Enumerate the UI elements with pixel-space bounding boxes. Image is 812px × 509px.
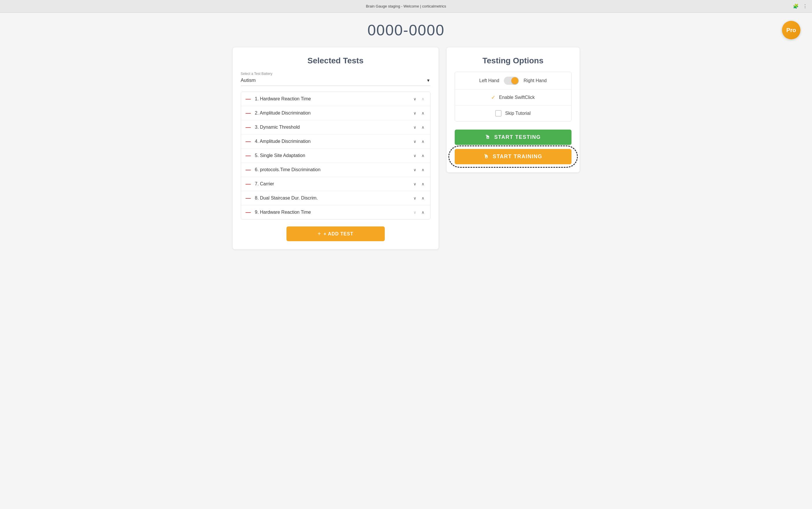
table-row: — 7. Carrier ∨ ∧ bbox=[241, 177, 430, 191]
test-2-up-icon[interactable]: ∧ bbox=[420, 110, 425, 116]
header: 0000-0000 Pro bbox=[11, 22, 801, 39]
options-section: Left Hand Right Hand ✓ Enable SwiftClick bbox=[455, 72, 571, 122]
battery-select-arrow-icon: ▼ bbox=[426, 78, 430, 83]
selected-tests-panel: Selected Tests Select a Test Battery Aut… bbox=[233, 47, 438, 249]
test-9-controls: ∨ ∧ bbox=[412, 209, 425, 215]
swiftclick-option-row: ✓ Enable SwiftClick bbox=[455, 90, 571, 106]
test-9-expand-icon[interactable]: ∨ bbox=[412, 209, 417, 215]
test-7-expand-icon[interactable]: ∨ bbox=[412, 181, 417, 187]
test-4-up-icon[interactable]: ∧ bbox=[420, 139, 425, 144]
battery-select-value: Autism bbox=[241, 77, 256, 83]
table-row: — 8. Dual Staircase Dur. Discrim. ∨ ∧ bbox=[241, 191, 430, 205]
ellipsis-icon[interactable]: ⋮ bbox=[803, 3, 807, 9]
test-5-expand-icon[interactable]: ∨ bbox=[412, 153, 417, 159]
table-row: — 4. Amplitude Discrimination ∨ ∧ bbox=[241, 134, 430, 149]
test-7-name: 7. Carrier bbox=[255, 181, 412, 186]
remove-test-7-button[interactable]: — bbox=[246, 181, 251, 186]
remove-test-6-button[interactable]: — bbox=[246, 167, 251, 172]
table-row: — 3. Dynamic Threshold ∨ ∧ bbox=[241, 120, 430, 134]
table-row: — 9. Hardware Reaction Time ∨ ∧ bbox=[241, 205, 430, 219]
test-3-expand-icon[interactable]: ∨ bbox=[412, 124, 417, 130]
test-5-up-icon[interactable]: ∧ bbox=[420, 153, 425, 159]
remove-test-4-button[interactable]: — bbox=[246, 139, 251, 144]
hand-option-row: Left Hand Right Hand bbox=[455, 72, 571, 90]
browser-icons: 🧩 ⋮ bbox=[793, 3, 807, 9]
swiftclick-label: Enable SwiftClick bbox=[499, 95, 535, 100]
skip-tutorial-label: Skip Tutorial bbox=[505, 111, 530, 116]
toggle-thumb bbox=[511, 77, 518, 84]
test-6-name: 6. protocols.Time Discrimination bbox=[255, 167, 412, 172]
test-1-name: 1. Hardware Reaction Time bbox=[255, 96, 412, 102]
left-hand-label: Left Hand bbox=[479, 78, 499, 83]
test-8-name: 8. Dual Staircase Dur. Discrim. bbox=[255, 196, 412, 201]
hand-toggle[interactable] bbox=[504, 77, 519, 85]
test-5-name: 5. Single Site Adaptation bbox=[255, 153, 412, 158]
toggle-track bbox=[504, 77, 519, 85]
test-8-up-icon[interactable]: ∧ bbox=[420, 195, 425, 201]
test-4-name: 4. Amplitude Discrimination bbox=[255, 139, 412, 144]
start-training-label: START TRAINING bbox=[493, 154, 542, 160]
test-8-controls: ∨ ∧ bbox=[412, 195, 425, 201]
battery-select[interactable]: Autism ▼ bbox=[241, 77, 430, 86]
remove-test-9-button[interactable]: — bbox=[246, 210, 251, 215]
remove-test-2-button[interactable]: — bbox=[246, 110, 251, 116]
remove-test-5-button[interactable]: — bbox=[246, 153, 251, 158]
test-1-controls: ∨ ∧ bbox=[412, 96, 425, 102]
test-2-expand-icon[interactable]: ∨ bbox=[412, 110, 417, 116]
mouse-icon-2: 🖱 bbox=[484, 154, 489, 160]
battery-label: Select a Test Battery bbox=[241, 72, 430, 76]
testing-options-panel: Testing Options Left Hand Right Hand ✓ E… bbox=[447, 47, 579, 172]
start-testing-button[interactable]: 🖱 START TESTING bbox=[455, 130, 571, 145]
start-training-wrapper: 🖱 START TRAINING bbox=[455, 149, 571, 164]
pro-badge: Pro bbox=[782, 21, 801, 39]
start-training-button[interactable]: 🖱 START TRAINING bbox=[455, 149, 571, 164]
test-5-controls: ∨ ∧ bbox=[412, 153, 425, 159]
main-content: 0000-0000 Pro Selected Tests Select a Te… bbox=[0, 13, 812, 509]
test-8-expand-icon[interactable]: ∨ bbox=[412, 195, 417, 201]
table-row: — 6. protocols.Time Discrimination ∨ ∧ bbox=[241, 163, 430, 177]
mouse-icon: 🖱 bbox=[485, 134, 491, 140]
test-6-expand-icon[interactable]: ∨ bbox=[412, 167, 417, 173]
skip-tutorial-option-row: Skip Tutorial bbox=[455, 106, 571, 121]
test-6-controls: ∨ ∧ bbox=[412, 167, 425, 173]
skip-tutorial-checkbox[interactable] bbox=[495, 110, 501, 116]
table-row: — 5. Single Site Adaptation ∨ ∧ bbox=[241, 149, 430, 163]
test-3-controls: ∨ ∧ bbox=[412, 124, 425, 130]
checkmark-icon: ✓ bbox=[491, 94, 495, 101]
browser-title: Brain Gauge staging - Welcome | cortical… bbox=[366, 4, 446, 8]
page-title: 0000-0000 bbox=[11, 22, 801, 39]
table-row: — 1. Hardware Reaction Time ∨ ∧ bbox=[241, 92, 430, 106]
test-9-up-icon[interactable]: ∧ bbox=[420, 209, 425, 215]
test-list: — 1. Hardware Reaction Time ∨ ∧ — 2. Amp… bbox=[241, 92, 430, 219]
test-2-controls: ∨ ∧ bbox=[412, 110, 425, 116]
puzzle-icon[interactable]: 🧩 bbox=[793, 3, 799, 9]
remove-test-1-button[interactable]: — bbox=[246, 96, 251, 102]
browser-bar: Brain Gauge staging - Welcome | cortical… bbox=[0, 0, 812, 13]
test-1-up-icon: ∧ bbox=[420, 96, 425, 102]
start-testing-label: START TESTING bbox=[494, 134, 541, 140]
add-test-button[interactable]: + + ADD TEST bbox=[286, 227, 385, 241]
test-4-expand-icon[interactable]: ∨ bbox=[412, 139, 417, 144]
testing-options-heading: Testing Options bbox=[455, 56, 571, 65]
test-3-up-icon[interactable]: ∧ bbox=[420, 124, 425, 130]
table-row: — 2. Amplitude Discrimination ∨ ∧ bbox=[241, 106, 430, 120]
test-7-controls: ∨ ∧ bbox=[412, 181, 425, 187]
test-1-expand-icon[interactable]: ∨ bbox=[412, 96, 417, 102]
plus-icon: + bbox=[318, 231, 321, 237]
test-4-controls: ∨ ∧ bbox=[412, 139, 425, 144]
add-test-label: + ADD TEST bbox=[323, 231, 353, 237]
test-3-name: 3. Dynamic Threshold bbox=[255, 125, 412, 130]
test-6-up-icon[interactable]: ∧ bbox=[420, 167, 425, 173]
test-2-name: 2. Amplitude Discrimination bbox=[255, 110, 412, 116]
remove-test-3-button[interactable]: — bbox=[246, 125, 251, 130]
panels: Selected Tests Select a Test Battery Aut… bbox=[233, 47, 579, 249]
test-7-up-icon[interactable]: ∧ bbox=[420, 181, 425, 187]
selected-tests-heading: Selected Tests bbox=[241, 56, 430, 65]
remove-test-8-button[interactable]: — bbox=[246, 196, 251, 201]
right-hand-label: Right Hand bbox=[524, 78, 546, 83]
test-9-name: 9. Hardware Reaction Time bbox=[255, 210, 412, 215]
